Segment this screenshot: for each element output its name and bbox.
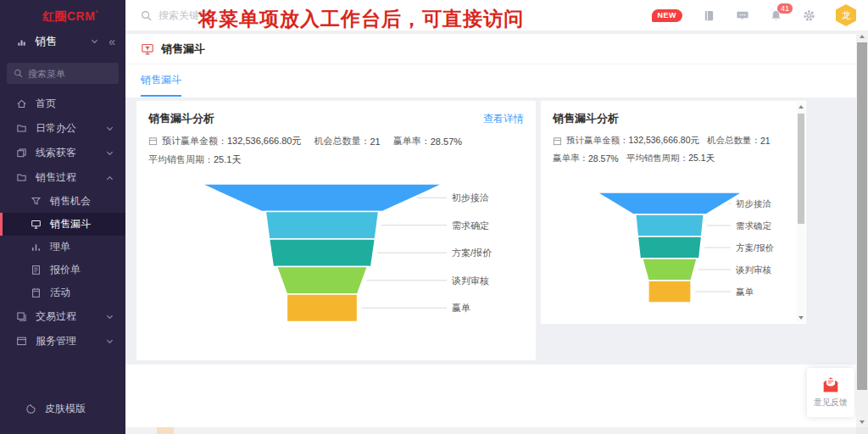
collapse-sidebar-icon[interactable]: « [108,35,115,48]
notifications-bell-icon[interactable]: 41 [770,9,782,22]
sidebar-item-activity[interactable]: 活动 [0,281,125,304]
sidebar-menu: 首页日常办公线索获客销售过程销售机会销售漏斗理单报价单活动交易过程服务管理 [0,92,125,353]
module-selector[interactable]: 销售 « [0,29,125,54]
settings-gear-icon[interactable] [803,9,815,22]
sidebar-item-sales-process[interactable]: 销售过程 [0,165,125,190]
sidebar-item-sales-funnel[interactable]: 销售漏斗 [0,213,125,236]
funnel-stage-label: 谈判审核 [735,264,772,275]
stat-item: 赢单率：28.57% [553,153,619,164]
window-icon [16,336,27,347]
sidebar-item-label: 服务管理 [36,334,76,348]
feedback-mail-icon [821,376,840,393]
sidebar-item-skin-template[interactable]: 皮肤模版 [0,397,125,420]
logo-text: 红圈CRM [42,9,95,23]
panel-2-scrollbar[interactable] [797,103,805,322]
feedback-button[interactable]: 意见反馈 [807,368,854,417]
sidebar-item-label: 交易过程 [36,309,76,324]
layers-icon [16,311,27,322]
scroll-up-arrow-icon[interactable] [856,31,868,42]
search-icon [14,69,23,78]
panel-1-head: 销售漏斗分析 查看详情 [136,101,536,126]
horizontal-scrollbar[interactable] [125,427,856,434]
panel-2-title: 销售漏斗分析 [553,111,619,126]
funnel-stage-label: 赢单 [736,287,754,297]
funnel-stage-label: 初步接洽 [735,198,772,209]
notification-count-badge: 41 [776,3,793,14]
new-badge[interactable]: NEW [652,9,683,22]
topbar-actions: NEW 41 龙 [652,4,857,26]
page-header: 销售漏斗 销售漏斗 [125,34,856,97]
stat-item: 机会总数量：21 [707,135,771,147]
monitor-icon [31,219,42,230]
panel-2-head: 销售漏斗分析 [541,101,806,126]
chevron-down-icon [106,338,114,345]
sidebar-item-sales-opportunity[interactable]: 销售机会 [0,190,125,213]
funnel-stage [270,239,376,267]
page-title: 销售漏斗 [161,42,205,57]
chevron-down-icon [106,314,114,320]
sidebar-item-home[interactable]: 首页 [0,92,125,116]
tab-bar: 销售漏斗 [125,64,856,97]
sidebar-item-order-sorting[interactable]: 理单 [0,236,125,259]
bottom-section [125,364,856,428]
chevron-down-icon [91,38,98,45]
funnel-stage [637,236,701,259]
funnel-stage-label: 需求确定 [736,220,772,231]
calendar-icon [553,136,562,146]
module-label: 销售 [35,34,57,49]
sidebar-search[interactable] [7,63,119,84]
chevron-down-icon [106,125,114,132]
tab-sales-funnel[interactable]: 销售漏斗 [141,73,181,97]
stat-item: 预计赢单金额：132,536,666.80元 [553,135,699,147]
module-chart-icon [16,36,27,47]
copy-icon [16,147,27,159]
palette-icon [25,403,36,415]
funnel-stage-label: 谈判审核 [451,275,489,286]
sidebar-item-label: 理单 [50,240,70,254]
funnel-stage-label: 方案/报价 [736,242,774,253]
scroll-up-arrow-icon[interactable] [797,103,805,111]
sidebar-item-label: 销售过程 [36,170,76,185]
folder-icon [16,123,27,134]
sidebar-item-label: 报价单 [50,263,81,277]
funnel-stage-label: 赢单 [452,303,470,313]
sidebar-search-input[interactable] [28,69,113,79]
page-title-row: 销售漏斗 [125,34,856,64]
sidebar-item-lead-acquisition[interactable]: 线索获客 [0,141,125,165]
note-icon [31,287,42,298]
home-icon [16,98,27,109]
scrollbar-thumb[interactable] [857,42,867,390]
messages-icon[interactable] [736,9,749,22]
sidebar-item-label: 销售漏斗 [50,217,91,231]
sidebar-item-label: 销售机会 [50,194,91,209]
sidebar-item-label: 活动 [50,286,70,300]
funnel-panel-1: 销售漏斗分析 查看详情 预计赢单金额：132,536,666.80元机会总数量：… [136,100,537,361]
panel-1-stats: 预计赢单金额：132,536,666.80元机会总数量：21赢单率：28.57%… [136,126,536,166]
funnel-stage [636,214,704,236]
global-search-input[interactable] [159,9,303,21]
logo: 红圈CRM° [0,0,125,29]
bar-chart-icon [31,242,42,253]
funnel-stage [643,259,698,281]
funnel-panel-2: 销售漏斗分析 预计赢单金额：132,536,666.80元机会总数量：21赢单率… [540,100,807,325]
sidebar-item-service-management[interactable]: 服务管理 [0,329,125,353]
sidebar-item-transaction-process[interactable]: 交易过程 [0,304,125,329]
funnel-stage-label: 初步接洽 [451,192,489,203]
user-avatar[interactable]: 龙 [836,4,856,26]
scroll-down-arrow-icon[interactable] [797,314,805,322]
scrollbar-thumb[interactable] [798,114,804,224]
sidebar-item-label: 日常办公 [36,121,76,136]
sidebar-item-quotation[interactable]: 报价单 [0,259,125,281]
funnel-stage [287,294,357,322]
view-details-link[interactable]: 查看详情 [483,112,524,126]
manual-book-icon[interactable] [703,9,715,22]
scrollbar-segment [157,427,174,434]
funnel-stage [597,192,743,214]
stat-item: 机会总数量：21 [314,135,380,147]
sidebar-item-label: 首页 [36,97,56,111]
sidebar-item-daily-office[interactable]: 日常办公 [0,116,125,141]
vertical-scrollbar[interactable] [856,31,868,427]
funnel-stage [277,267,368,295]
scroll-down-arrow-icon[interactable] [856,416,868,427]
global-search[interactable] [141,9,303,21]
